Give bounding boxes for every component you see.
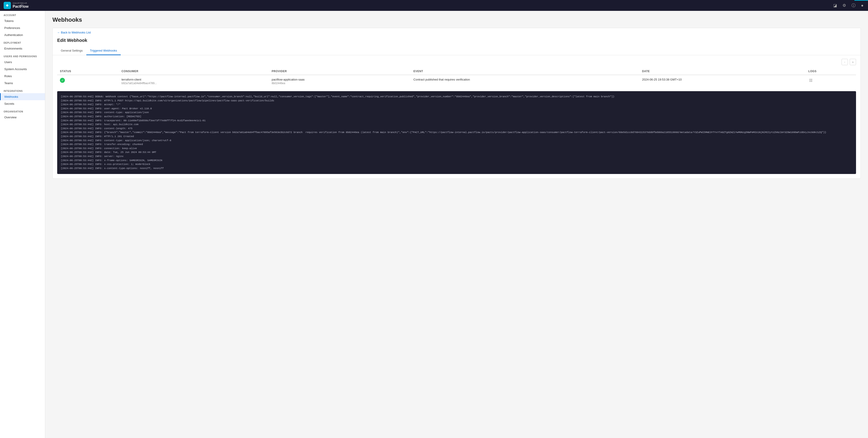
provider-hash: 8b02446ea [272,82,408,85]
edit-webhook-title: Edit Webhook [53,37,861,47]
sidebar-item-teams[interactable]: Teams [0,80,45,87]
brand-prefix: Smartbear [13,2,29,4]
sidebar-item-preferences[interactable]: Preferences [0,24,45,31]
sidebar-section-users-and-permissions: Users and Permissions [0,52,45,59]
settings-icon[interactable]: ⚙ [842,2,847,9]
col-logs: Logs [806,68,856,75]
sidebar-section-organisation: Organisation [0,107,45,114]
consumer-hash: b92a7a61a04e84ffbac4789... [122,82,266,85]
sidebar-section-account: Account [0,11,45,18]
sidebar-item-environments[interactable]: Environments [0,45,45,52]
webhooks-table: StatusConsumerProviderEventDateLogs ✓ter… [57,68,856,88]
page-title: Webhooks [53,16,861,23]
main-content: Webhooks ← Back to Webhooks List Edit We… [45,11,868,438]
cell-logs: ☷ [806,75,856,88]
sidebar-item-webhooks[interactable]: Webhooks [0,93,45,100]
sidebar-item-overview[interactable]: Overview [0,114,45,121]
sidebar-item-tokens[interactable]: Tokens [0,18,45,24]
sidebar-item-system-accounts[interactable]: System Accounts [0,66,45,72]
sidebar: AccountTokensPreferencesAuthenticationDe… [0,11,45,438]
chat-icon[interactable]: ◪ [832,2,838,9]
col-provider: Provider [269,68,411,75]
cell-date: 2024-06-25 19:53:38 GMT+10 [639,75,806,88]
sidebar-item-secrets[interactable]: Secrets [0,100,45,107]
cell-consumer: terraform-clientb92a7a61a04e84ffbac4789.… [119,75,269,88]
status-success-icon: ✓ [60,78,65,83]
cell-status: ✓ [57,75,119,88]
back-link[interactable]: ← Back to Webhooks List [53,28,95,37]
topnav-icons: ◪ ⚙ ⓘ ● [832,2,864,9]
pagination: ‹ › [57,59,856,65]
user-icon[interactable]: ● [860,2,864,9]
table-container: ‹ › StatusConsumerProviderEventDateLogs … [53,55,861,91]
top-navbar: Smartbear PactFlow ◪ ⚙ ⓘ ● [0,0,868,11]
log-output: [2024-06-25T09:53:44Z] DEBUG: Webhook co… [57,91,856,174]
tab-general[interactable]: General Settings [57,47,86,55]
webhook-card: ← Back to Webhooks List Edit Webhook Gen… [53,28,861,179]
prev-page-button[interactable]: ‹ [842,59,848,65]
help-icon[interactable]: ⓘ [850,2,857,9]
brand: Smartbear PactFlow [4,2,832,9]
view-logs-button[interactable]: ☷ [808,78,813,83]
tabs-bar: General SettingsTriggered Webhooks [53,47,861,55]
tab-triggered[interactable]: Triggered Webhooks [86,47,121,55]
col-date: Date [639,68,806,75]
layout: AccountTokensPreferencesAuthenticationDe… [0,11,868,438]
col-consumer: Consumer [119,68,269,75]
logo [4,2,11,9]
col-event: Event [411,68,639,75]
sidebar-item-users[interactable]: Users [0,59,45,66]
next-page-button[interactable]: › [850,59,856,65]
table-row: ✓terraform-clientb92a7a61a04e84ffbac4789… [57,75,856,88]
cell-event: Contract published that requires verific… [411,75,639,88]
sidebar-item-roles[interactable]: Roles [0,72,45,80]
provider-name: pactflow-application-saas [272,78,408,81]
progress-bar [855,0,868,1]
col-status: Status [57,68,119,75]
cell-provider: pactflow-application-saas8b02446ea [269,75,411,88]
sidebar-section-deployment: Deployment [0,38,45,45]
sidebar-section-integrations: Integrations [0,87,45,93]
consumer-name: terraform-client [122,78,266,81]
brand-title: PactFlow [13,4,29,8]
sidebar-item-authentication[interactable]: Authentication [0,31,45,38]
